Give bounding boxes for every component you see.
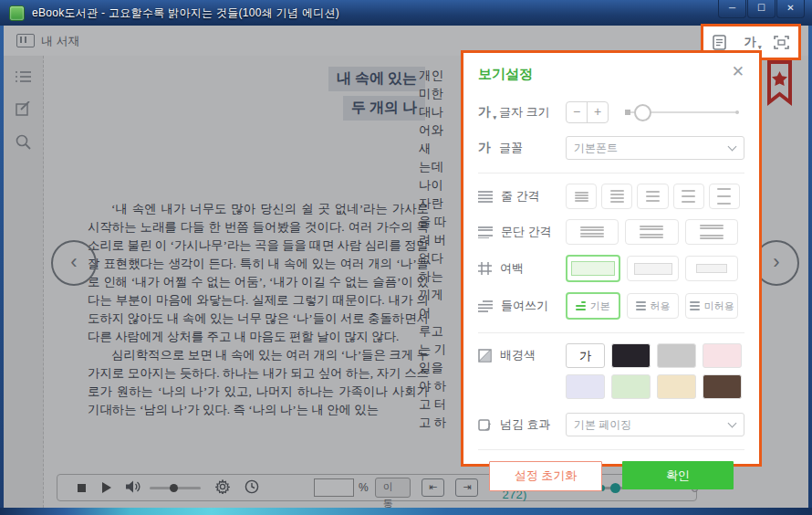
bg-color-icon (478, 349, 492, 363)
bg-color-swatches: 가 (566, 343, 744, 405)
fullscreen-icon[interactable] (774, 36, 789, 49)
font-size-label: 글자 크기 (499, 104, 550, 121)
page-effect-select[interactable]: 기본 페이징 (566, 413, 744, 436)
divider (478, 173, 744, 173)
line-spacing-option-2[interactable] (601, 184, 632, 209)
bg-color-label: 배경색 (500, 347, 536, 363)
font-family-label-group: 가 글꼴 (478, 140, 566, 156)
app-window: eBook도서관 - 고요할수록 밝아지는 것들(100쇄 기념 에디션) ─ … (0, 0, 812, 515)
font-size-icon: 가▾ (478, 104, 491, 121)
bg-swatch-green[interactable] (611, 374, 651, 399)
divider (478, 332, 744, 333)
font-size-slider-knob[interactable] (634, 104, 651, 121)
margin-option-1[interactable] (566, 255, 620, 282)
paragraph-spacing-option-3[interactable] (685, 219, 738, 245)
viewer-mode-icon[interactable] (713, 35, 726, 50)
indent-option-default[interactable]: 기본 (566, 292, 620, 320)
margin-label: 여백 (500, 260, 524, 277)
indent-icon (478, 300, 493, 312)
page-effect-label-group: 넘김 효과 (478, 416, 566, 433)
reset-settings-button[interactable]: 설정 초기화 (489, 461, 602, 491)
bg-swatch-cream[interactable] (657, 374, 696, 399)
line-spacing-option-5[interactable] (709, 184, 740, 209)
paragraph-spacing-option-2[interactable] (625, 219, 678, 245)
confirm-button[interactable]: 확인 (622, 461, 734, 489)
font-size-increase-button[interactable]: + (588, 102, 608, 122)
bg-swatch-dark[interactable] (611, 343, 651, 368)
close-button[interactable]: ✕ (776, 0, 805, 18)
view-settings-panel: 보기설정 ✕ 가▾ 글자 크기 − + (461, 50, 762, 467)
indent-option-label: 기본 (590, 300, 610, 313)
line-spacing-option-1[interactable] (566, 184, 597, 209)
bg-swatch-brown[interactable] (703, 374, 742, 399)
margin-icon (478, 262, 492, 275)
margin-label-group: 여백 (478, 260, 566, 277)
bg-swatch-text: 가 (579, 348, 591, 364)
bg-swatch-pink[interactable] (703, 343, 742, 368)
font-family-icon: 가 (478, 140, 491, 156)
indent-option-disallow[interactable]: 미허용 (685, 293, 738, 319)
panel-close-icon[interactable]: ✕ (732, 64, 744, 79)
line-spacing-option-4[interactable] (673, 184, 704, 209)
window-title: eBook도서관 - 고요할수록 밝아지는 것들(100쇄 기념 에디션) (32, 5, 339, 21)
font-size-slider[interactable] (627, 111, 737, 113)
page-effect-icon (478, 418, 492, 432)
font-family-label: 글꼴 (499, 140, 523, 156)
bg-swatch-lavender[interactable] (566, 374, 605, 399)
font-settings-icon[interactable]: 가▾ (744, 34, 755, 50)
window-controls: ─ ☐ ✕ (717, 0, 805, 18)
minimize-button[interactable]: ─ (718, 0, 746, 18)
chevron-down-icon (728, 142, 737, 152)
divider (478, 449, 744, 450)
line-spacing-option-3[interactable] (637, 184, 668, 209)
bg-swatch-gray[interactable] (657, 343, 696, 368)
title-bar: eBook도서관 - 고요할수록 밝아지는 것들(100쇄 기념 에디션) (0, 0, 812, 26)
margin-option-2[interactable] (627, 256, 680, 281)
indent-label-group: 들여쓰기 (478, 298, 566, 314)
panel-title: 보기설정 (478, 66, 744, 83)
app-icon (9, 5, 25, 21)
bg-color-label-group: 배경색 (478, 347, 566, 363)
line-spacing-icon (478, 191, 493, 203)
bg-swatch-white[interactable]: 가 (566, 343, 605, 368)
window-border-bottom (0, 508, 812, 515)
indent-label: 들여쓰기 (501, 298, 548, 314)
font-size-decrease-button[interactable]: − (567, 102, 588, 122)
paragraph-spacing-label-group: 문단 간격 (478, 224, 566, 240)
page-effect-label: 넘김 효과 (500, 416, 551, 433)
window-border-right (808, 26, 812, 515)
indent-option-label: 허용 (651, 300, 671, 313)
margin-option-3[interactable] (685, 256, 738, 281)
slider-start-mark (625, 110, 630, 115)
slider-end-mark (735, 110, 739, 114)
font-size-stepper: − + (566, 101, 609, 123)
font-settings-glyph: 가 (744, 34, 755, 50)
paragraph-spacing-label: 문단 간격 (501, 224, 552, 240)
line-spacing-label-group: 줄 간격 (478, 188, 566, 205)
page-effect-value: 기본 페이징 (574, 417, 631, 433)
paragraph-spacing-option-1[interactable] (566, 219, 619, 245)
indent-option-label: 미허용 (704, 300, 734, 313)
font-family-value: 기본폰트 (574, 141, 618, 156)
indent-option-allow[interactable]: 허용 (627, 293, 680, 319)
font-family-select[interactable]: 기본폰트 (566, 136, 744, 160)
line-spacing-label: 줄 간격 (501, 188, 540, 205)
paragraph-spacing-icon (478, 226, 493, 238)
chevron-down-icon (728, 419, 737, 428)
maximize-button[interactable]: ☐ (747, 0, 776, 18)
font-size-label-group: 가▾ 글자 크기 (478, 104, 566, 121)
